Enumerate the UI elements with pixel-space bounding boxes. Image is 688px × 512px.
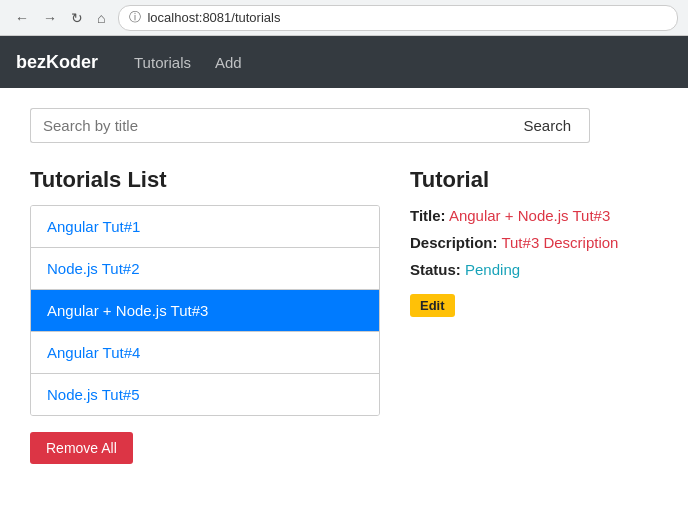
status-value: Pending xyxy=(465,261,520,278)
tutorial-item-3[interactable]: Angular + Node.js Tut#3 xyxy=(31,290,379,332)
tutorial-item-5[interactable]: Node.js Tut#5 xyxy=(31,374,379,415)
description-label: Description: xyxy=(410,234,498,251)
detail-row-status: Status: Pending xyxy=(410,261,658,278)
reload-button[interactable]: ↻ xyxy=(66,8,88,28)
back-button[interactable]: ← xyxy=(10,8,34,28)
app-brand: bezKoder xyxy=(16,52,98,73)
home-button[interactable]: ⌂ xyxy=(92,8,110,28)
remove-all-button[interactable]: Remove All xyxy=(30,432,133,464)
tutorial-item-2[interactable]: Node.js Tut#2 xyxy=(31,248,379,290)
address-bar[interactable]: ⓘ localhost:8081/tutorials xyxy=(118,5,678,31)
tutorial-item-1[interactable]: Angular Tut#1 xyxy=(31,206,379,248)
info-icon: ⓘ xyxy=(129,9,141,26)
main-content: Search Tutorials List Angular Tut#1 Node… xyxy=(0,88,688,484)
detail-row-title: Title: Angular + Node.js Tut#3 xyxy=(410,207,658,224)
status-label: Status: xyxy=(410,261,461,278)
edit-button[interactable]: Edit xyxy=(410,294,455,317)
url-text: localhost:8081/tutorials xyxy=(147,10,280,25)
nav-link-tutorials[interactable]: Tutorials xyxy=(122,46,203,79)
tutorials-list-box: Angular Tut#1 Node.js Tut#2 Angular + No… xyxy=(30,205,380,416)
tutorial-detail-title: Tutorial xyxy=(410,167,658,193)
tutorials-list-title: Tutorials List xyxy=(30,167,380,193)
browser-chrome: ← → ↻ ⌂ ⓘ localhost:8081/tutorials xyxy=(0,0,688,36)
title-label: Title: xyxy=(410,207,446,224)
nav-buttons: ← → ↻ ⌂ xyxy=(10,8,110,28)
title-value: Angular + Node.js Tut#3 xyxy=(449,207,610,224)
right-column: Tutorial Title: Angular + Node.js Tut#3 … xyxy=(410,167,658,464)
search-bar: Search xyxy=(30,108,590,143)
app-navbar: bezKoder Tutorials Add xyxy=(0,36,688,88)
left-column: Tutorials List Angular Tut#1 Node.js Tut… xyxy=(30,167,380,464)
search-button[interactable]: Search xyxy=(505,108,590,143)
search-input[interactable] xyxy=(30,108,505,143)
detail-row-description: Description: Tut#3 Description xyxy=(410,234,658,251)
description-value: Tut#3 Description xyxy=(501,234,618,251)
nav-link-add[interactable]: Add xyxy=(203,46,254,79)
forward-button[interactable]: → xyxy=(38,8,62,28)
tutorial-item-4[interactable]: Angular Tut#4 xyxy=(31,332,379,374)
columns-layout: Tutorials List Angular Tut#1 Node.js Tut… xyxy=(30,167,658,464)
